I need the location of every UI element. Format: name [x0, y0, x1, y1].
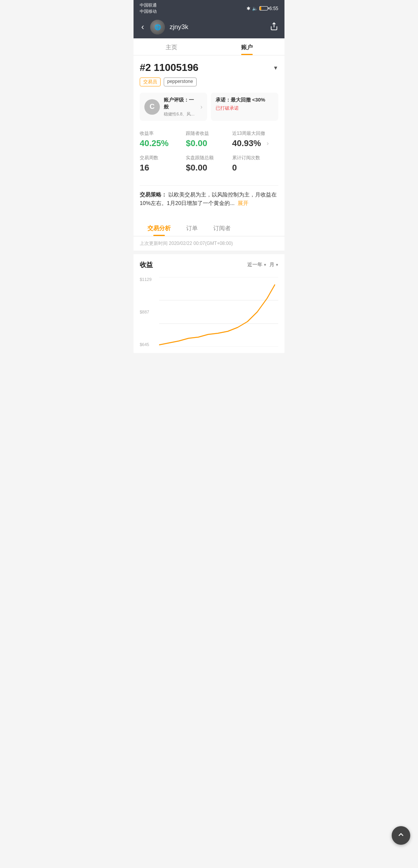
promise-status: 已打破承诺 — [216, 105, 274, 112]
section-divider — [134, 251, 284, 254]
share-icon[interactable] — [270, 22, 278, 33]
strategy-prefix: 交易策略： — [140, 191, 167, 198]
period-dropdown-icon: ▾ — [264, 262, 266, 267]
chart-section: 收益 近一年 ▾ 月 ▾ $1129 $887 $645 — [134, 254, 284, 353]
promise-title: 承诺：最大回撤 <30% — [216, 96, 274, 103]
stat-max-drawdown[interactable]: 近13周最大回撤 40.93% › — [232, 127, 278, 152]
tab-bar: 主页 账户 — [134, 38, 284, 55]
grade-title: 账户评级：一般 — [164, 96, 197, 110]
sub-tabs: 交易分析 订单 订阅者 — [134, 220, 284, 236]
chart-header: 收益 近一年 ▾ 月 ▾ — [140, 260, 278, 269]
stat-follower-profit-label: 跟随者收益 — [186, 130, 232, 137]
unit-label: 月 — [269, 261, 274, 268]
stat-return-rate-label: 收益率 — [140, 130, 186, 137]
nav-bar: ‹ 🌐 zjny3k — [134, 16, 284, 38]
volume-icon: 🔈 — [252, 6, 258, 11]
main-content: #2 11005196 ▼ 交易员 pepperstone C 账户评级：一般 … — [134, 55, 284, 220]
stat-return-rate: 收益率 40.25% — [140, 127, 186, 152]
tab-home[interactable]: 主页 — [134, 38, 209, 55]
sub-tab-orders[interactable]: 订单 — [178, 220, 206, 236]
strategy-expand[interactable]: 展开 — [238, 200, 248, 206]
grade-chevron-icon: › — [200, 103, 202, 110]
avatar: 🌐 — [150, 20, 165, 34]
y-label-mid: $887 — [140, 310, 152, 314]
chart-title: 收益 — [140, 260, 153, 269]
grade-badge: C — [144, 99, 160, 115]
battery-icon — [259, 6, 268, 10]
promise-card: 承诺：最大回撤 <30% 已打破承诺 — [211, 93, 278, 121]
grade-subtitle: 稳健性6.8、风... — [164, 111, 197, 117]
carrier2: 中国移动 — [140, 9, 157, 14]
unit-selector[interactable]: 月 ▾ — [269, 261, 278, 268]
account-dropdown[interactable]: ▼ — [273, 65, 278, 71]
username-label: zjny3k — [170, 23, 265, 31]
account-header: #2 11005196 ▼ — [140, 62, 278, 74]
stat-return-rate-value: 40.25% — [140, 138, 186, 148]
avatar-image: 🌐 — [150, 20, 165, 34]
grade-card-text: 账户评级：一般 稳健性6.8、风... — [164, 96, 197, 117]
update-time-text: 上次更新时间 2020/02/22 00:07(GMT+08:00) — [140, 241, 233, 246]
stat-follow-amount: 实盘跟随总额 $0.00 — [186, 152, 232, 176]
status-right: ✱ 🔈 6:55 — [247, 6, 278, 11]
grade-card[interactable]: C 账户评级：一般 稳健性6.8、风... › — [140, 93, 207, 121]
status-bar: 中国联通 中国移动 ✱ 🔈 6:55 — [134, 0, 284, 16]
stats-grid: 收益率 40.25% 跟随者收益 $0.00 近13周最大回撤 40.93% ›… — [140, 127, 278, 179]
sub-tab-subscribers[interactable]: 订阅者 — [206, 220, 238, 236]
chart-area: $1129 $887 $645 — [140, 277, 278, 347]
stat-subscriptions: 累计订阅次数 0 — [232, 152, 278, 176]
time-display: 6:55 — [269, 6, 278, 11]
info-cards: C 账户评级：一般 稳健性6.8、风... › 承诺：最大回撤 <30% 已打破… — [140, 93, 278, 121]
y-label-bottom: $645 — [140, 342, 152, 347]
account-tags: 交易员 pepperstone — [140, 78, 278, 86]
y-label-top: $1129 — [140, 277, 152, 282]
carrier-info: 中国联通 中国移动 — [140, 2, 157, 14]
drawdown-chevron-icon: › — [267, 140, 269, 147]
chart-svg — [159, 277, 278, 347]
stat-max-drawdown-label: 近13周最大回撤 — [232, 130, 265, 137]
stat-follower-profit-value: $0.00 — [186, 138, 232, 148]
stat-trade-weeks-value: 16 — [140, 163, 186, 173]
chart-controls: 近一年 ▾ 月 ▾ — [247, 261, 278, 268]
stat-subscriptions-label: 累计订阅次数 — [232, 155, 278, 161]
strategy-section: 交易策略： 以欧美交易为主，以风险控制为主，月收益在10%左右。1月20日增加了… — [140, 185, 278, 214]
update-time: 上次更新时间 2020/02/22 00:07(GMT+08:00) — [134, 236, 284, 251]
bluetooth-icon: ✱ — [247, 6, 250, 11]
sub-tab-analysis[interactable]: 交易分析 — [140, 220, 178, 236]
account-number: #2 11005196 — [140, 62, 199, 74]
stat-follower-profit: 跟随者收益 $0.00 — [186, 127, 232, 152]
tag-trader: 交易员 — [140, 78, 161, 86]
stat-subscriptions-value: 0 — [232, 163, 278, 173]
tag-broker: pepperstone — [164, 78, 197, 86]
stat-trade-weeks: 交易周数 16 — [140, 152, 186, 176]
tab-account[interactable]: 账户 — [209, 38, 284, 55]
stat-max-drawdown-value: 40.93% — [232, 138, 261, 148]
carrier1: 中国联通 — [140, 2, 157, 8]
stat-follow-amount-value: $0.00 — [186, 163, 232, 173]
back-button[interactable]: ‹ — [140, 21, 146, 34]
stat-trade-weeks-label: 交易周数 — [140, 155, 186, 161]
period-selector[interactable]: 近一年 ▾ — [247, 261, 266, 268]
period-label: 近一年 — [247, 261, 262, 268]
chart-y-labels: $1129 $887 $645 — [140, 277, 152, 347]
stat-follow-amount-label: 实盘跟随总额 — [186, 155, 232, 161]
unit-dropdown-icon: ▾ — [276, 262, 278, 267]
